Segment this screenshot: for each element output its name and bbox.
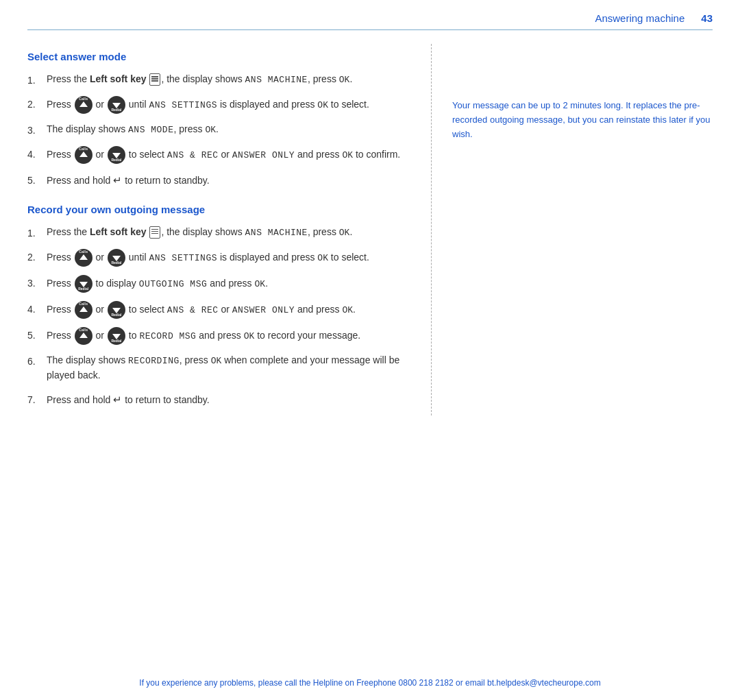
redial-label: Redial — [111, 108, 121, 113]
up-arrow-button: Calls — [75, 96, 92, 114]
step-text: Press the Left soft key , the display sh… — [47, 72, 352, 88]
calls-label: Calls — [79, 302, 88, 307]
down-arrow-button: Redial — [108, 96, 125, 114]
display-text: ANS SETTINGS — [149, 252, 217, 263]
calls-label: Calls — [79, 250, 88, 255]
ok-text: OK — [339, 75, 350, 85]
ok-text: OK — [317, 252, 328, 263]
ok-text: OK — [342, 304, 353, 315]
soft-key-icon — [149, 226, 160, 239]
ok-text: OK — [244, 330, 255, 341]
soft-key-icon — [149, 73, 160, 86]
display-text: ANS MODE — [128, 125, 173, 135]
display-text: ANSWER ONLY — [232, 304, 295, 315]
redial-label: Redial — [78, 287, 88, 292]
step-number: 4. — [27, 146, 47, 164]
header: Answering machine 43 — [0, 0, 740, 29]
calls-label: Calls — [79, 147, 88, 152]
step-1-1: 1. Press the Left soft key , the display… — [27, 72, 410, 88]
step-number: 1. — [27, 225, 47, 241]
step-text: Press and hold ↵ to return to standby. — [47, 391, 210, 408]
step-number: 2. — [27, 96, 47, 114]
step-2-7: 7. Press and hold ↵ to return to standby… — [27, 391, 410, 408]
redial-label: Redial — [111, 339, 121, 344]
step-number: 4. — [27, 301, 47, 319]
display-text: ANS & REC — [167, 150, 219, 160]
step-text: Press Calls or Redial until ANS SETTINGS… — [47, 249, 369, 267]
return-arrow-icon: ↵ — [113, 394, 122, 405]
step-number: 6. — [27, 353, 47, 383]
step-2-2: 2. Press Calls or Redial until ANS SETTI… — [27, 249, 410, 267]
step-2-6: 6. The display shows RECORDING, press OK… — [27, 353, 410, 383]
right-column: Your message can be up to 2 minutes long… — [432, 44, 713, 415]
step-number: 7. — [27, 391, 47, 408]
step-1-5: 5. Press and hold ↵ to return to standby… — [27, 172, 410, 189]
redial-label: Redial — [111, 158, 121, 163]
key-name: Left soft key — [90, 73, 146, 84]
return-arrow-icon: ↵ — [113, 174, 122, 186]
step-2-4: 4. Press Calls or Redial to select ANS &… — [27, 301, 410, 319]
step-number: 5. — [27, 172, 47, 189]
display-text: ANS MACHINE — [245, 75, 308, 85]
up-arrow-button: Calls — [75, 146, 92, 164]
step-1-2: 2. Press Calls or Redial until ANS SETTI… — [27, 96, 410, 114]
ok-text: OK — [342, 150, 353, 160]
section2-heading: Record your own outgoing message — [27, 204, 410, 215]
down-arrow-button: Redial — [108, 301, 125, 319]
display-text: ANS SETTINGS — [149, 100, 217, 110]
sidebar-note: Your message can be up to 2 minutes long… — [452, 99, 713, 141]
calls-label: Calls — [79, 97, 88, 102]
ok-text: OK — [317, 100, 328, 110]
main-content: Select answer mode 1. Press the Left sof… — [0, 30, 740, 457]
up-arrow-button: Calls — [75, 249, 92, 267]
step-1-3: 3. The display shows ANS MODE, press OK. — [27, 122, 410, 138]
ok-text: OK — [205, 125, 216, 135]
step-number: 1. — [27, 72, 47, 88]
step-text: The display shows RECORDING, press OK wh… — [47, 353, 410, 383]
step-text: Press the Left soft key , the display sh… — [47, 225, 352, 241]
down-arrow-button: Redial — [108, 146, 125, 164]
up-arrow-button: Calls — [75, 327, 92, 345]
step-1-4: 4. Press Calls or Redial to select ANS &… — [27, 146, 410, 164]
footer: If you experience any problems, please c… — [0, 678, 740, 688]
step-number: 3. — [27, 275, 47, 293]
down-arrow-button: Redial — [108, 249, 125, 267]
display-text: OUTGOING MSG — [139, 278, 208, 289]
ok-text: OK — [339, 228, 350, 238]
step-text: Press Calls or Redial to select ANS & RE… — [47, 146, 400, 164]
display-text: ANS MACHINE — [245, 228, 308, 238]
down-arrow-button: Redial — [108, 327, 125, 345]
step-2-1: 1. Press the Left soft key , the display… — [27, 225, 410, 241]
step-text: Press Calls or Redial until ANS SETTINGS… — [47, 96, 369, 114]
section1-steps: 1. Press the Left soft key , the display… — [27, 72, 410, 189]
display-text: RECORDING — [128, 356, 180, 366]
step-2-5: 5. Press Calls or Redial to RECORD MSG a… — [27, 327, 410, 345]
step-number: 2. — [27, 249, 47, 267]
step-2-3: 3. Press Redial to display OUTGOING MSG … — [27, 275, 410, 293]
down-arrow-button: Redial — [75, 275, 92, 293]
key-name: Left soft key — [90, 226, 146, 237]
redial-label: Redial — [111, 261, 121, 266]
section2-steps: 1. Press the Left soft key , the display… — [27, 225, 410, 408]
left-column: Select answer mode 1. Press the Left sof… — [27, 44, 432, 415]
step-text: Press Redial to display OUTGOING MSG and… — [47, 275, 268, 293]
page-number: 43 — [701, 12, 713, 24]
section1-heading: Select answer mode — [27, 51, 410, 62]
display-text: ANS & REC — [167, 304, 219, 315]
ok-text: OK — [255, 278, 266, 289]
page-container: Answering machine 43 Select answer mode … — [0, 0, 740, 700]
header-title: Answering machine — [595, 12, 684, 24]
step-text: Press Calls or Redial to RECORD MSG and … — [47, 327, 360, 345]
step-text: Press Calls or Redial to select ANS & RE… — [47, 301, 356, 319]
step-number: 5. — [27, 327, 47, 345]
display-text: RECORD MSG — [139, 330, 196, 341]
display-text: ANSWER ONLY — [232, 150, 295, 160]
step-text: The display shows ANS MODE, press OK. — [47, 122, 219, 138]
step-text: Press and hold ↵ to return to standby. — [47, 172, 210, 189]
step-number: 3. — [27, 122, 47, 138]
redial-label: Redial — [111, 313, 121, 318]
ok-text: OK — [211, 356, 222, 366]
calls-label: Calls — [79, 328, 88, 333]
up-arrow-button: Calls — [75, 301, 92, 319]
